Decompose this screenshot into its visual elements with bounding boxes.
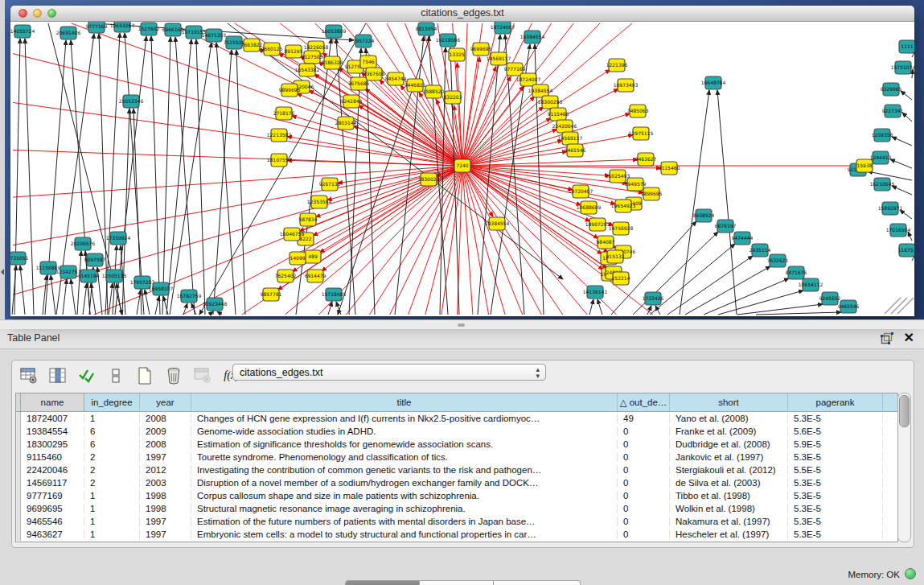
table-cell[interactable]: Wolkin et al. (1998) <box>670 504 788 513</box>
table-cell[interactable]: 5.3E-5 <box>788 414 883 423</box>
network-graph-canvas[interactable]: 1405572420691406977716910653267152760269… <box>10 22 914 316</box>
table-cell[interactable]: 6 <box>84 439 140 449</box>
table-cell[interactable]: 9777169 <box>21 491 84 501</box>
table-options-icon[interactable] <box>18 366 39 385</box>
float-window-icon[interactable] <box>881 332 893 344</box>
resize-grip-icon[interactable] <box>891 298 907 314</box>
table-row[interactable]: 969969511998Structural magnetic resonanc… <box>16 502 897 515</box>
column-header-title[interactable]: title <box>191 393 618 411</box>
table-cell[interactable]: 14569117 <box>21 478 84 488</box>
table-cell[interactable]: 0 <box>618 426 670 436</box>
table-cell[interactable]: 2003 <box>140 478 191 488</box>
table-cell[interactable]: 1 <box>84 491 140 501</box>
table-cell[interactable]: 1998 <box>140 491 191 501</box>
column-header-in_degree[interactable]: in_degree <box>84 393 140 411</box>
table-cell[interactable]: Dudbridge et al. (2008) <box>670 439 788 449</box>
table-cell[interactable]: 1 <box>84 517 140 526</box>
panel-divider[interactable] <box>0 319 924 329</box>
table-cell[interactable]: 5.3E-5 <box>788 452 883 462</box>
table-cell[interactable]: 0 <box>618 439 670 449</box>
table-row[interactable]: 946554611997Estimation of the future num… <box>16 515 897 528</box>
column-header-year[interactable]: year <box>140 393 191 411</box>
table-row[interactable]: 1830029562008Estimation of significance … <box>16 438 897 451</box>
close-icon[interactable]: ✕ <box>904 331 914 345</box>
column-header-name[interactable]: name <box>21 393 84 411</box>
resize-grip-icon[interactable] <box>885 298 901 314</box>
table-cell[interactable]: 22420046 <box>21 465 84 475</box>
table-row[interactable]: 1456911722003Disruption of a novel membe… <box>16 476 897 489</box>
table-cell[interactable]: 5.3E-5 <box>788 529 883 539</box>
table-cell[interactable]: Yano et al. (2008) <box>670 414 788 423</box>
column-header-short[interactable]: short <box>670 393 788 411</box>
table-cell[interactable]: 18300295 <box>21 439 84 449</box>
table-cell[interactable]: 2009 <box>140 426 191 436</box>
table-cell[interactable]: Stergiakouli et al. (2012) <box>670 465 788 475</box>
column-icon[interactable] <box>47 366 68 385</box>
table-cell[interactable]: 19384554 <box>21 426 84 436</box>
table-cell[interactable]: Franke et al. (2009) <box>670 426 788 436</box>
table-row[interactable]: 1872400712008Changes of HCN gene express… <box>16 412 897 425</box>
table-cell[interactable]: 1998 <box>140 504 191 513</box>
table-cell[interactable]: 0 <box>618 529 670 539</box>
citation-network-graph[interactable]: 1405572420691406977716910653267152760269… <box>10 22 914 316</box>
table-row[interactable]: 1938455462009Genome-wide association stu… <box>16 425 897 438</box>
select-all-icon[interactable] <box>76 366 97 385</box>
table-cell[interactable]: 9115460 <box>21 452 84 462</box>
column-header-out_de[interactable]: △ out_de… <box>618 393 670 411</box>
table-cell[interactable]: 1997 <box>140 529 191 539</box>
table-cell[interactable]: 5.3E-5 <box>788 517 883 526</box>
rows-icon[interactable] <box>105 366 126 385</box>
table-row[interactable]: 911546021997Tourette syndrome. Phenomeno… <box>16 451 897 463</box>
table-cell[interactable]: 2008 <box>140 414 191 423</box>
table-cell[interactable]: 2008 <box>140 439 191 449</box>
table-cell[interactable]: 1997 <box>140 452 191 462</box>
table-cell[interactable]: 5.5E-5 <box>788 465 883 475</box>
table-vertical-scrollbar[interactable] <box>897 393 911 542</box>
table-cell[interactable]: de Silva et al. (2003) <box>670 478 788 488</box>
table-cell[interactable]: 0 <box>618 478 670 488</box>
table-cell[interactable]: Structural magnetic resonance image aver… <box>191 504 618 513</box>
table-cell[interactable]: Nakamura et al. (1997) <box>670 517 788 526</box>
table-cell[interactable]: Hescheler et al. (1997) <box>670 529 788 539</box>
table-cell[interactable]: 0 <box>618 491 670 501</box>
table-cell[interactable]: Embryonic stem cells: a model to study s… <box>191 529 618 539</box>
table-cell[interactable]: 2 <box>84 478 140 488</box>
table-row[interactable]: 2242004622012Investigating the contribut… <box>16 463 897 476</box>
divider-grip-icon[interactable] <box>458 323 465 327</box>
table-cell[interactable]: 0 <box>618 452 670 462</box>
table-cell[interactable]: 0 <box>618 517 670 526</box>
table-cell[interactable]: Jankovic et al. (1997) <box>670 452 788 462</box>
table-cell[interactable]: 18724007 <box>21 414 84 423</box>
table-cell[interactable]: Tourette syndrome. Phenomenology and cla… <box>191 452 618 462</box>
scrollbar-thumb[interactable] <box>899 395 910 427</box>
table-cell[interactable]: 2 <box>84 465 140 475</box>
table-cell[interactable]: Estimation of significance thresholds fo… <box>191 439 618 449</box>
delete-icon[interactable] <box>163 366 184 385</box>
table-cell[interactable]: Estimation of the future numbers of pati… <box>191 517 618 526</box>
table-cell[interactable]: 1 <box>84 414 140 423</box>
collapsed-panel-edge[interactable] <box>0 0 5 320</box>
resize-grip-icon[interactable] <box>897 298 914 314</box>
network-window-titlebar[interactable]: citations_edges.txt <box>10 6 914 22</box>
table-cell[interactable]: 5.6E-5 <box>788 426 883 436</box>
table-cell[interactable]: 49 <box>618 414 670 423</box>
panel-expand-arrow-icon[interactable] <box>1 269 4 275</box>
table-cell[interactable]: Tibbo et al. (1998) <box>670 491 788 501</box>
table-cell[interactable]: 9463627 <box>21 529 84 539</box>
table-cell[interactable]: 5.3E-5 <box>788 491 883 501</box>
table-cell[interactable]: 5.9E-5 <box>788 439 883 449</box>
table-cell[interactable]: 9465546 <box>21 517 84 526</box>
table-cell[interactable]: 0 <box>618 465 670 475</box>
table-cell[interactable]: 1 <box>84 529 140 539</box>
table-cell[interactable]: 1 <box>84 504 140 513</box>
table-cell[interactable]: 2 <box>84 452 140 462</box>
table-row[interactable]: 977716911998Corpus callosum shape and si… <box>16 489 897 502</box>
table-cell[interactable]: Corpus callosum shape and size in male p… <box>191 491 618 501</box>
table-cell[interactable]: Investigating the contribution of common… <box>191 465 618 475</box>
table-cell[interactable]: 9699695 <box>21 504 84 513</box>
new-table-icon[interactable] <box>134 366 155 385</box>
table-selector-dropdown[interactable]: citations_edges.txt ▴▾ <box>232 364 546 381</box>
table-row[interactable]: 946362711997Embryonic stem cells: a mode… <box>16 528 897 541</box>
table-cell[interactable]: 1997 <box>140 517 191 526</box>
table-cell[interactable]: 2012 <box>140 465 191 475</box>
